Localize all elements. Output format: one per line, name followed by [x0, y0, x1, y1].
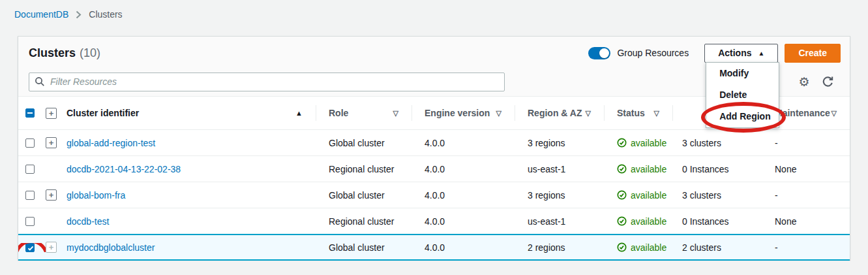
actions-dropdown-menu: Modify Delete Add Region — [706, 62, 779, 128]
breadcrumb-documentdb-link[interactable]: DocumentDB — [14, 9, 68, 20]
group-resources-toggle[interactable] — [588, 47, 610, 59]
region-cell: us-east-1 — [515, 216, 604, 227]
cluster-link[interactable]: global-bom-fra — [67, 190, 125, 201]
table-row-selected[interactable]: + mydocdbglobalcluster Global cluster 4.… — [18, 234, 850, 261]
sortable-icon: ▽ — [496, 109, 501, 118]
breadcrumb-clusters-current: Clusters — [89, 9, 122, 20]
size-cell: 3 clusters — [672, 138, 762, 148]
role-cell: Global cluster — [316, 190, 412, 201]
role-cell: Regional cluster — [316, 216, 412, 227]
table-tools: ⚙ — [777, 73, 839, 91]
column-header-cluster-identifier[interactable]: Cluster identifier ▲ — [67, 97, 316, 129]
cluster-link[interactable]: global-add-region-test — [67, 138, 155, 148]
table-row[interactable]: docdb-test Regional cluster 4.0.0 us-eas… — [18, 208, 850, 234]
role-cell: Global cluster — [316, 242, 412, 253]
breadcrumb-chevron-icon — [76, 10, 82, 19]
page-title: Clusters — [29, 46, 76, 60]
region-cell: 3 regions — [515, 190, 604, 201]
column-header-role[interactable]: Role ▽ — [316, 97, 412, 129]
expand-row-icon[interactable]: + — [46, 137, 57, 148]
column-header-engine-version[interactable]: Engine version ▽ — [412, 97, 515, 129]
status-available-icon — [617, 138, 627, 148]
menu-item-delete[interactable]: Delete — [706, 84, 779, 106]
role-cell: Global cluster — [316, 138, 412, 148]
status-available-icon — [617, 164, 627, 174]
expand-all-cell: + — [46, 97, 67, 129]
maintenance-cell: - — [762, 138, 850, 148]
column-header-status[interactable]: Status ▽ — [604, 97, 672, 129]
table-row[interactable]: + global-add-region-test Global cluster … — [18, 129, 850, 155]
sortable-icon: ▽ — [586, 109, 591, 118]
search-icon — [35, 76, 45, 87]
status-available-icon — [617, 242, 627, 252]
engine-cell: 4.0.0 — [412, 138, 515, 148]
role-cell: Regional cluster — [316, 164, 412, 174]
expand-row-icon[interactable]: + — [46, 189, 57, 201]
region-cell: 2 regions — [515, 242, 604, 253]
breadcrumb: DocumentDB Clusters — [0, 0, 868, 20]
cluster-link[interactable]: docdb-test — [67, 216, 109, 227]
size-cell: 2 clusters — [672, 242, 762, 253]
engine-cell: 4.0.0 — [412, 242, 515, 253]
status-available-icon — [617, 190, 627, 200]
clusters-panel: Clusters (10) Group Resources Actions ▲ … — [18, 36, 850, 260]
maintenance-cell: - — [762, 190, 850, 201]
actions-button[interactable]: Actions ▲ — [704, 44, 778, 63]
maintenance-cell: - — [762, 242, 850, 253]
menu-item-add-region[interactable]: Add Region — [706, 106, 779, 127]
maintenance-cell: None — [762, 164, 850, 174]
settings-gear-icon[interactable]: ⚙ — [792, 76, 816, 88]
engine-cell: 4.0.0 — [412, 164, 515, 174]
status-cell: available — [604, 164, 672, 174]
select-all-cell — [18, 97, 46, 129]
status-cell: available — [604, 138, 672, 148]
status-cell: available — [604, 216, 672, 227]
sortable-icon: ▽ — [393, 109, 398, 118]
menu-item-modify[interactable]: Modify — [706, 63, 779, 84]
engine-cell: 4.0.0 — [412, 216, 515, 227]
filter-box — [29, 73, 505, 91]
cluster-link[interactable]: mydocdbglobalcluster — [67, 242, 155, 253]
size-cell: 0 Instances — [672, 164, 762, 174]
expand-row-icon[interactable]: + — [46, 242, 57, 253]
table-body: + global-add-region-test Global cluster … — [18, 129, 850, 261]
filter-input[interactable] — [50, 76, 499, 87]
actions-button-label: Actions — [718, 48, 751, 58]
sort-ascending-icon: ▲ — [295, 109, 303, 117]
refresh-icon[interactable] — [816, 76, 839, 88]
select-all-checkbox[interactable] — [25, 108, 35, 118]
row-checkbox[interactable] — [25, 138, 35, 148]
sortable-icon: ▽ — [654, 109, 659, 118]
documentdb-clusters-page: DocumentDB Clusters Clusters (10) Group … — [0, 0, 868, 275]
row-checkbox[interactable] — [25, 191, 35, 200]
status-available-icon — [617, 216, 627, 226]
region-cell: us-east-1 — [515, 164, 604, 174]
column-header-region-az[interactable]: Region & AZ ▽ — [515, 97, 604, 129]
toolbar-controls: Group Resources Actions ▲ Modify Delete … — [588, 44, 841, 63]
row-checkbox[interactable] — [25, 165, 35, 174]
expand-all-icon[interactable]: + — [46, 108, 57, 119]
panel-header: Clusters (10) Group Resources Actions ▲ … — [18, 37, 850, 97]
size-cell: 3 clusters — [672, 190, 762, 201]
title-row: Clusters (10) Group Resources Actions ▲ … — [18, 37, 850, 67]
toggle-knob — [599, 48, 609, 58]
engine-cell: 4.0.0 — [412, 190, 515, 201]
resource-count: (10) — [80, 46, 100, 60]
caret-up-icon: ▲ — [758, 50, 765, 57]
status-cell: available — [604, 190, 672, 201]
region-cell: 3 regions — [515, 138, 604, 148]
size-cell: 0 Instances — [672, 216, 762, 227]
status-cell: available — [604, 242, 672, 253]
create-button[interactable]: Create — [785, 44, 841, 63]
row-checkbox[interactable] — [25, 217, 35, 226]
table-row[interactable]: docdb-2021-04-13-22-02-38 Regional clust… — [18, 155, 850, 182]
sortable-icon: ▽ — [831, 109, 837, 118]
maintenance-cell: None — [762, 216, 850, 227]
table-row[interactable]: + global-bom-fra Global cluster 4.0.0 3 … — [18, 182, 850, 208]
row-checkbox-checked[interactable] — [25, 243, 35, 252]
group-resources-label: Group Resources — [617, 48, 689, 58]
cluster-link[interactable]: docdb-2021-04-13-22-02-38 — [67, 164, 181, 174]
actions-menu-container: Actions ▲ Modify Delete Add Region — [704, 44, 778, 63]
